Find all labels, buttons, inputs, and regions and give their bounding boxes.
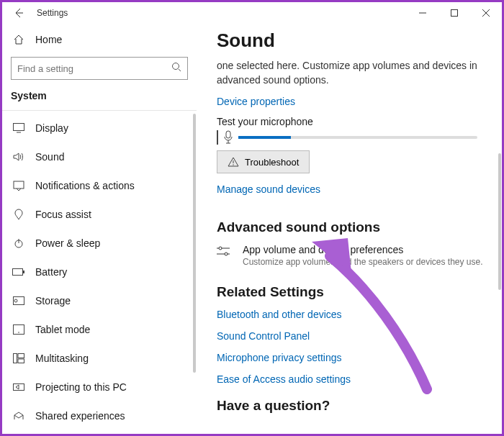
svg-rect-11 xyxy=(13,269,23,276)
advanced-section-title: Advanced sound options xyxy=(217,219,485,235)
tablet-icon xyxy=(11,324,27,335)
test-mic-label: Test your microphone xyxy=(217,116,485,127)
svg-point-26 xyxy=(219,247,222,250)
multitasking-icon xyxy=(11,353,27,363)
window-title: Settings xyxy=(37,8,68,18)
sidebar-item-focus-assist[interactable]: Focus assist xyxy=(2,200,197,229)
device-properties-link[interactable]: Device properties xyxy=(217,96,295,107)
svg-point-23 xyxy=(233,164,233,165)
sidebar-item-label: Battery xyxy=(35,266,67,278)
svg-rect-1 xyxy=(451,10,458,17)
sidebar-item-label: Multitasking xyxy=(35,353,89,364)
sidebar-item-label: Projecting to this PC xyxy=(35,381,127,393)
svg-rect-8 xyxy=(14,181,24,189)
titlebar: Settings xyxy=(2,2,502,24)
sidebar-item-label: Tablet mode xyxy=(35,324,90,335)
svg-rect-18 xyxy=(18,354,24,358)
sliders-icon xyxy=(217,245,233,257)
sidebar-item-shared-experiences[interactable]: Shared experiences xyxy=(2,401,197,428)
app-volume-title: App volume and device preferences xyxy=(243,244,483,255)
search-input[interactable] xyxy=(11,57,188,80)
sidebar-item-label: Shared experiences xyxy=(35,410,125,422)
svg-point-27 xyxy=(225,253,228,255)
sidebar-item-label: Display xyxy=(35,122,68,134)
svg-rect-19 xyxy=(18,359,24,363)
svg-point-16 xyxy=(18,332,19,333)
related-links: Bluetooth and other devices Sound Contro… xyxy=(217,309,485,385)
minimize-button[interactable] xyxy=(407,2,438,24)
storage-icon xyxy=(11,296,27,305)
back-button[interactable] xyxy=(11,5,27,21)
mic-level-fill xyxy=(238,136,291,139)
app-volume-preferences[interactable]: App volume and device preferences Custom… xyxy=(217,244,485,267)
svg-rect-13 xyxy=(14,297,24,305)
page-description: one selected here. Customize app volumes… xyxy=(217,59,485,87)
battery-icon xyxy=(11,268,27,276)
sidebar-item-power-sleep[interactable]: Power & sleep xyxy=(2,229,197,258)
svg-rect-21 xyxy=(226,131,230,138)
sidebar-item-storage[interactable]: Storage xyxy=(2,286,197,315)
arrow-left-icon xyxy=(13,7,24,19)
main-scrollbar-thumb[interactable] xyxy=(498,153,501,290)
manage-sound-devices-link[interactable]: Manage sound devices xyxy=(217,183,320,195)
main-panel: Sound one selected here. Customize app v… xyxy=(197,24,502,434)
microphone-icon xyxy=(222,130,234,145)
sidebar-home-label: Home xyxy=(35,34,62,45)
projecting-icon xyxy=(11,382,27,392)
sidebar-scrollbar-thumb[interactable] xyxy=(193,114,196,373)
maximize-icon xyxy=(451,9,458,17)
display-icon xyxy=(11,123,27,133)
link-bluetooth[interactable]: Bluetooth and other devices xyxy=(217,309,485,320)
question-title: Have a question? xyxy=(217,398,485,414)
svg-point-4 xyxy=(173,63,179,70)
focus-assist-icon xyxy=(11,209,27,220)
close-icon xyxy=(482,9,490,17)
sidebar-item-display[interactable]: Display xyxy=(2,114,197,142)
troubleshoot-label: Troubleshoot xyxy=(245,157,299,168)
svg-rect-17 xyxy=(14,354,17,363)
shared-icon xyxy=(11,411,27,421)
main-scrollbar[interactable] xyxy=(498,24,501,434)
troubleshoot-button[interactable]: Troubleshoot xyxy=(217,150,310,173)
warning-icon xyxy=(228,157,239,167)
svg-point-14 xyxy=(14,299,17,302)
sidebar-item-notifications[interactable]: Notifications & actions xyxy=(2,171,197,200)
power-icon xyxy=(11,237,27,249)
link-mic-privacy[interactable]: Microphone privacy settings xyxy=(217,352,485,363)
app-volume-subtitle: Customize app volumes and the speakers o… xyxy=(243,257,483,267)
svg-rect-6 xyxy=(14,124,24,131)
sidebar-scrollbar[interactable] xyxy=(193,114,196,428)
search-icon xyxy=(171,61,182,73)
sidebar-item-label: Notifications & actions xyxy=(35,180,135,191)
home-icon xyxy=(11,34,27,45)
sidebar-item-label: Focus assist xyxy=(35,209,91,220)
sidebar-home[interactable]: Home xyxy=(11,27,188,53)
sidebar-item-sound[interactable]: Sound xyxy=(2,142,197,171)
window-buttons xyxy=(407,2,502,24)
close-button[interactable] xyxy=(470,2,502,24)
sound-icon xyxy=(11,152,27,162)
sidebar-divider xyxy=(2,110,197,111)
sidebar-item-tablet-mode[interactable]: Tablet mode xyxy=(2,315,197,344)
sidebar-item-label: Power & sleep xyxy=(35,237,100,249)
search-field[interactable] xyxy=(11,57,188,80)
sidebar-item-multitasking[interactable]: Multitasking xyxy=(2,344,197,373)
minimize-icon xyxy=(419,9,426,17)
notifications-icon xyxy=(11,181,27,191)
svg-line-5 xyxy=(179,69,181,71)
sidebar-item-label: Sound xyxy=(35,151,64,163)
sidebar: Home System Display Sound Notifications … xyxy=(2,24,197,434)
sidebar-nav: Display Sound Notifications & actions Fo… xyxy=(2,114,197,428)
page-title: Sound xyxy=(217,29,485,52)
svg-rect-12 xyxy=(23,271,24,273)
sidebar-item-battery[interactable]: Battery xyxy=(2,258,197,286)
sidebar-item-label: Storage xyxy=(35,295,71,306)
sidebar-category: System xyxy=(11,90,188,101)
related-section-title: Related Settings xyxy=(217,284,485,300)
link-sound-control-panel[interactable]: Sound Control Panel xyxy=(217,330,485,342)
sidebar-item-projecting[interactable]: Projecting to this PC xyxy=(2,373,197,401)
mic-level-bar xyxy=(238,136,477,139)
mic-test-row xyxy=(217,130,485,145)
link-ease-of-access-audio[interactable]: Ease of Access audio settings xyxy=(217,373,485,385)
maximize-button[interactable] xyxy=(438,2,470,24)
